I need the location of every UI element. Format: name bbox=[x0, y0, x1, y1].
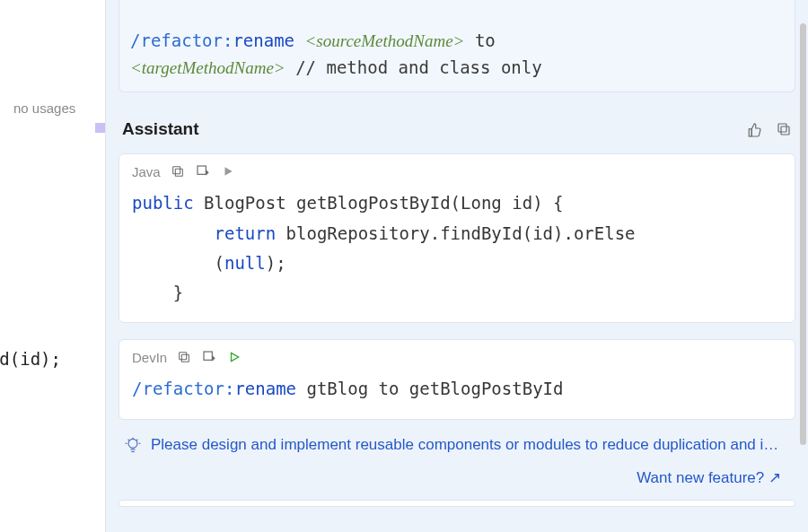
want-new-feature-link[interactable]: Want new feature? ↗ bbox=[637, 469, 781, 486]
copy-code-icon[interactable] bbox=[170, 163, 186, 179]
insert-code-icon[interactable] bbox=[201, 349, 217, 365]
command-snippet-card: /refactor:rename <sourceMethodName> to <… bbox=[119, 0, 795, 92]
panel-scrollbar[interactable] bbox=[800, 23, 806, 445]
trailing-comment: // method and class only bbox=[285, 57, 542, 77]
suggestion-text: Please design and implement reusable com… bbox=[151, 436, 778, 454]
svg-rect-0 bbox=[749, 129, 751, 136]
gutter-change-marker bbox=[95, 123, 105, 133]
arg-target-method: <targetMethodName> bbox=[130, 58, 285, 77]
copy-code-icon[interactable] bbox=[176, 349, 192, 365]
svg-rect-4 bbox=[172, 167, 180, 174]
svg-rect-1 bbox=[781, 126, 789, 135]
editor-gutter: ); no usages ById(id); bbox=[0, 0, 105, 532]
svg-rect-8 bbox=[204, 352, 212, 360]
app-root: ); no usages ById(id); /refactor:rename … bbox=[0, 0, 808, 532]
svg-rect-7 bbox=[180, 353, 187, 360]
no-usages-hint[interactable]: no usages bbox=[13, 100, 75, 116]
copy-icon[interactable] bbox=[776, 121, 792, 137]
lang-label-java: Java bbox=[132, 164, 161, 179]
code-card-java: Java public BlogPost getBlogPostById(Lon… bbox=[119, 153, 795, 323]
card-header-java: Java bbox=[119, 154, 795, 185]
devin-code-body[interactable]: /refactor:rename gtBlog to getBlogPostBy… bbox=[119, 371, 795, 418]
to-text: to bbox=[464, 31, 505, 50]
svg-rect-3 bbox=[175, 170, 182, 177]
assistant-header: Assistant bbox=[122, 119, 792, 139]
lightbulb-icon bbox=[124, 436, 142, 454]
java-code-body[interactable]: public BlogPost getBlogPostById(Long id)… bbox=[119, 185, 795, 322]
svg-point-9 bbox=[128, 439, 137, 448]
run-icon[interactable] bbox=[220, 163, 236, 179]
arg-source-method: <sourceMethodName> bbox=[304, 31, 464, 50]
lang-label-devin: DevIn bbox=[132, 350, 167, 365]
svg-rect-6 bbox=[182, 355, 189, 362]
assistant-title: Assistant bbox=[122, 119, 199, 139]
assistant-panel: /refactor:rename <sourceMethodName> to <… bbox=[105, 0, 808, 532]
assistant-actions bbox=[747, 121, 792, 137]
svg-rect-2 bbox=[778, 124, 786, 132]
thumbs-up-icon[interactable] bbox=[747, 121, 763, 137]
run-icon[interactable] bbox=[226, 349, 242, 365]
refactor-command: /refactor:rename bbox=[130, 31, 294, 50]
code-card-devin: DevIn /refactor:rename gtBlog to getBlog… bbox=[119, 339, 795, 419]
svg-rect-5 bbox=[198, 166, 206, 174]
card-header-devin: DevIn bbox=[119, 340, 795, 371]
insert-code-icon[interactable] bbox=[195, 163, 211, 179]
code-fragment-line: ById(id); bbox=[0, 349, 61, 369]
chat-input[interactable] bbox=[119, 500, 795, 507]
suggestion-row[interactable]: Please design and implement reusable com… bbox=[119, 436, 795, 454]
footer-link-row: Want new feature? ↗ bbox=[119, 468, 795, 487]
